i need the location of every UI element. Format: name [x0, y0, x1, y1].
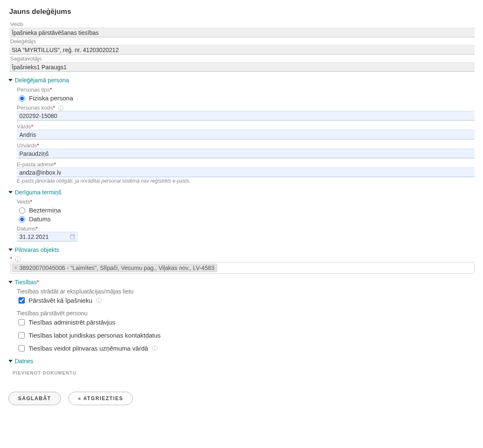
rights-create-row[interactable]: Tiesības veidot pilnvaras uzņēmuma vārdā…	[17, 344, 475, 353]
object-tag-input[interactable]: × 38920070045006 - "Laimītes", Slīpači, …	[10, 262, 475, 274]
rights-create-label: Tiesības veidot pilnvaras uzņēmuma vārdā	[29, 345, 148, 352]
validity-date-label-opt: Datums	[29, 215, 51, 223]
caret-down-icon	[8, 360, 13, 362]
validity-date-input[interactable]	[17, 232, 67, 241]
rights-owner-row[interactable]: Pārstāvēt kā īpašnieku i	[17, 296, 475, 305]
section-object-title: Pilnvaras objekts	[15, 246, 59, 253]
field-type-label: Veids	[9, 21, 475, 27]
rights-owner-checkbox[interactable]	[18, 297, 25, 304]
rights-admin-label: Tiesības administrēt pārstāvjus	[29, 319, 115, 326]
rights-edit-label: Tiesības labot juridiskas personas konta…	[29, 332, 161, 339]
field-delegator-group: Deleģētājs SIA "MYRTILLUS", reģ. nr. 412…	[9, 38, 475, 55]
person-code-label: Personas kods* i	[17, 105, 475, 111]
email-label: E-pasta adrese*	[17, 161, 475, 168]
section-validity-title: Derīguma termiņš	[15, 189, 61, 196]
validity-date-radio[interactable]	[19, 216, 25, 223]
validity-date-row[interactable]: Datums	[17, 215, 475, 223]
rights-owner-label: Pārstāvēt kā īpašnieku	[29, 297, 92, 304]
tag-remove-icon[interactable]: ×	[13, 265, 18, 271]
validity-date-field[interactable]	[17, 232, 78, 241]
field-preparer-value: Īpašnieks1 Paraugs1	[9, 62, 475, 72]
section-files-title: Datnes	[15, 358, 33, 364]
info-icon[interactable]: i	[152, 346, 158, 351]
validity-unlimited-row[interactable]: Beztermiņa	[17, 206, 475, 214]
validity-unlimited-radio[interactable]	[19, 207, 25, 214]
caret-down-icon	[8, 191, 13, 194]
section-person-header[interactable]: Deleģējamā persona	[8, 77, 475, 84]
validity-type-label: Veids*	[17, 199, 475, 205]
add-document-button[interactable]: Pievienot dokumentu	[13, 370, 76, 375]
section-rights-header[interactable]: Tiesības*	[8, 279, 475, 286]
rights-subhead-1: Tiesības strādāt ar ekspluatācijas/mājas…	[17, 288, 475, 295]
info-icon[interactable]: i	[58, 105, 63, 111]
rights-edit-row[interactable]: Tiesības labot juridiskas personas konta…	[17, 331, 475, 340]
caret-down-icon	[8, 79, 13, 81]
save-button[interactable]: Saglabāt	[8, 392, 61, 405]
first-name-label: Vārds*	[17, 123, 475, 130]
last-name-label: Uzvārds*	[17, 142, 475, 149]
field-type-group: Veids Īpašnieka pārstāvēšanas tiesības	[9, 21, 475, 37]
person-type-label: Personas tips*	[17, 86, 475, 93]
object-req-label: * i	[10, 256, 475, 262]
validity-unlimited-label: Beztermiņa	[29, 207, 61, 214]
section-files-header[interactable]: Datnes	[8, 358, 475, 364]
first-name-input[interactable]	[17, 130, 475, 139]
rights-create-checkbox[interactable]	[18, 345, 25, 351]
field-preparer-label: Sagatavotājs	[9, 55, 475, 62]
back-button[interactable]: « Atgriezties	[68, 392, 133, 405]
last-name-input[interactable]	[17, 149, 475, 158]
email-hint: E-pasts jānorāda obligāti, ja norādītai …	[17, 178, 475, 184]
field-preparer-group: Sagatavotājs Īpašnieks1 Paraugs1	[9, 55, 475, 72]
email-input[interactable]	[17, 168, 475, 177]
rights-edit-checkbox[interactable]	[18, 332, 25, 338]
caret-down-icon	[8, 249, 13, 251]
person-type-radio-physical-label: Fiziska persona	[29, 94, 73, 102]
rights-admin-row[interactable]: Tiesības administrēt pārstāvjus	[17, 318, 475, 327]
person-type-radio-physical[interactable]	[19, 95, 25, 102]
rights-subhead-2: Tiesības pārstāvēt personu	[17, 310, 475, 317]
person-type-radio-row[interactable]: Fiziska persona	[17, 94, 475, 102]
object-tag: × 38920070045006 - "Laimītes", Slīpači, …	[12, 264, 217, 272]
svg-rect-0	[70, 235, 75, 239]
field-delegator-value: SIA "MYRTILLUS", reģ. nr. 41203020212	[9, 45, 475, 55]
section-object-header[interactable]: Pilnvaras objekts	[8, 246, 475, 253]
section-person-title: Deleģējamā persona	[15, 77, 69, 84]
info-icon[interactable]: i	[15, 257, 21, 262]
section-validity-header[interactable]: Derīguma termiņš	[8, 189, 475, 196]
calendar-icon[interactable]	[67, 234, 78, 239]
page-title: Jauns deleģējums	[9, 8, 475, 16]
validity-date-label: Datums*	[17, 225, 475, 232]
info-icon[interactable]: i	[96, 298, 102, 303]
field-delegator-label: Deleģētājs	[9, 38, 475, 45]
object-tag-text: 38920070045006 - "Laimītes", Slīpači, Ve…	[19, 265, 214, 271]
field-type-value: Īpašnieka pārstāvēšanas tiesības	[9, 28, 475, 37]
person-code-input[interactable]	[17, 111, 475, 121]
rights-admin-checkbox[interactable]	[18, 319, 25, 325]
caret-down-icon	[8, 281, 13, 283]
section-rights-title: Tiesības*	[15, 279, 39, 286]
